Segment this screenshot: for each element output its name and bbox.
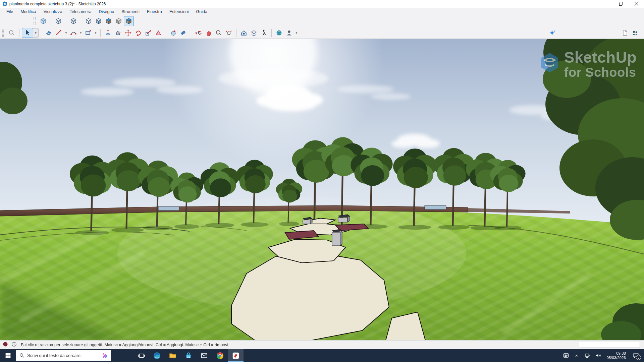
toolbar-separator xyxy=(271,29,272,37)
style-back-edges-tool[interactable] xyxy=(53,16,63,26)
select-tool[interactable] xyxy=(22,28,33,38)
paint-bucket-tool[interactable] xyxy=(178,28,189,38)
follow-me-tool[interactable] xyxy=(168,28,178,38)
toolbar-separator xyxy=(191,29,191,37)
line-dropdown[interactable]: ▼ xyxy=(64,28,68,38)
task-view-button[interactable] xyxy=(134,349,149,362)
styles-toolbar xyxy=(0,15,644,27)
toolbar-drag-handle[interactable] xyxy=(2,29,4,37)
eraser-tool[interactable] xyxy=(44,28,54,38)
system-tray: 09:38 05/03/2026 3 xyxy=(561,349,644,362)
new-document-tool[interactable] xyxy=(620,28,630,38)
line-tool[interactable] xyxy=(54,28,64,38)
toolbar-separator xyxy=(166,29,166,37)
menu-estensioni[interactable]: Estensioni xyxy=(166,8,193,15)
search-input[interactable] xyxy=(27,353,101,358)
menu-strumenti[interactable]: Strumenti xyxy=(118,8,143,15)
position-camera-tool[interactable] xyxy=(239,28,249,38)
toolbar-separator xyxy=(236,29,236,37)
menu-bar: FileModificaVisualizzaTelecameraDisegnoS… xyxy=(0,8,644,15)
status-message: Fai clic o trascina per selezionare gli … xyxy=(21,343,229,347)
taskbar-clock[interactable]: 09:38 05/03/2026 xyxy=(604,351,628,360)
menu-modifica[interactable]: Modifica xyxy=(17,8,40,15)
style-monochrome-tool[interactable] xyxy=(114,16,124,26)
toolbar-separator xyxy=(41,29,41,37)
3d-scene xyxy=(0,39,644,340)
taskbar-app-edge[interactable] xyxy=(149,349,165,362)
toolbar-separator xyxy=(100,29,101,37)
toolbar-separator xyxy=(66,17,66,25)
wall-panel xyxy=(425,205,446,209)
offset-tool[interactable] xyxy=(113,28,123,38)
zoom-tool[interactable] xyxy=(214,28,224,38)
toolbar-separator xyxy=(51,17,51,25)
scale-tool[interactable] xyxy=(143,28,153,38)
geolocation-icon[interactable] xyxy=(3,342,8,348)
sign-in-tool[interactable] xyxy=(284,28,294,38)
style-wireframe-tool[interactable] xyxy=(68,16,78,26)
style-xray-tool[interactable] xyxy=(38,16,48,26)
pan-tool[interactable] xyxy=(204,28,214,38)
move-tool[interactable] xyxy=(123,28,133,38)
arcs-tool[interactable] xyxy=(68,28,78,38)
notifications-button[interactable]: 3 xyxy=(630,349,642,362)
ai-toolbar xyxy=(547,28,557,38)
network-icon[interactable] xyxy=(583,349,592,362)
menu-file[interactable]: File xyxy=(3,8,17,15)
clock-date: 05/03/2026 xyxy=(606,356,626,360)
volume-icon[interactable] xyxy=(594,349,602,362)
rotate-tool[interactable] xyxy=(133,28,143,38)
sketchup-logo-icon xyxy=(2,1,7,6)
shapes-dropdown[interactable]: ▼ xyxy=(93,28,98,38)
taskbar-app-store[interactable] xyxy=(180,349,196,362)
start-button[interactable] xyxy=(0,349,16,362)
menu-visualizza[interactable]: Visualizza xyxy=(40,8,66,15)
toolbar-separator xyxy=(81,17,81,25)
style-shaded-with-textures-tool[interactable] xyxy=(104,16,114,26)
arcs-dropdown[interactable]: ▼ xyxy=(78,28,83,38)
taskbar-app-sketchup[interactable] xyxy=(228,349,244,362)
search-highlights-icon[interactable] xyxy=(101,352,109,359)
window-title: planimetria completa sketchup 3 (2)* - S… xyxy=(9,2,106,6)
minimize-button[interactable] xyxy=(598,0,613,8)
taskbar-search-box[interactable] xyxy=(16,350,111,361)
close-button[interactable] xyxy=(629,0,644,8)
zoom-extents-tool[interactable] xyxy=(224,28,234,38)
windows-taskbar: 09:38 05/03/2026 3 xyxy=(0,349,644,362)
style-shaded-tool[interactable] xyxy=(94,16,104,26)
search-icon xyxy=(19,353,24,358)
measurements-input[interactable] xyxy=(579,342,640,348)
taskbar-app-mail[interactable] xyxy=(196,349,212,362)
menu-telecamera[interactable]: Telecamera xyxy=(66,8,95,15)
add-location-tool[interactable] xyxy=(274,28,284,38)
style-hidden-line-tool[interactable] xyxy=(84,16,94,26)
collaborate-tool[interactable] xyxy=(630,28,640,38)
wall-panel xyxy=(158,206,179,210)
push-pull-tool[interactable] xyxy=(103,28,113,38)
clock-time: 09:38 xyxy=(606,351,626,356)
sign-in-dropdown[interactable]: ▼ xyxy=(294,28,299,38)
menu-guida[interactable]: Guida xyxy=(193,8,211,15)
info-icon[interactable] xyxy=(11,342,17,348)
orbit-tool[interactable] xyxy=(194,28,204,38)
style-shaded-with-textures-active-tool[interactable] xyxy=(124,16,134,26)
shapes-tool[interactable] xyxy=(83,28,93,38)
ai-assistant-tool[interactable] xyxy=(547,28,557,38)
taskbar-app-file-explorer[interactable] xyxy=(165,349,180,362)
search-tool[interactable] xyxy=(7,28,17,38)
tools-toolbar: ▼▼▼▼▼ xyxy=(0,27,644,39)
model-viewport[interactable]: SketchUp for Schools xyxy=(0,39,644,340)
taskbar-app-chrome[interactable] xyxy=(212,349,228,362)
tape-measure-tool[interactable] xyxy=(153,28,163,38)
toolbar-drag-handle[interactable] xyxy=(34,17,36,25)
select-dropdown[interactable]: ▼ xyxy=(33,28,39,38)
sketchup-window: planimetria completa sketchup 3 (2)* - S… xyxy=(0,0,644,362)
menu-finestra[interactable]: Finestra xyxy=(143,8,166,15)
news-widget-icon[interactable] xyxy=(561,349,570,362)
hidden-icons-chevron[interactable] xyxy=(572,349,581,362)
walk-tool[interactable] xyxy=(259,28,269,38)
maximize-button[interactable] xyxy=(613,0,629,8)
menu-disegno[interactable]: Disegno xyxy=(95,8,118,15)
look-around-tool[interactable] xyxy=(249,28,259,38)
notification-count-badge: 3 xyxy=(636,355,641,360)
